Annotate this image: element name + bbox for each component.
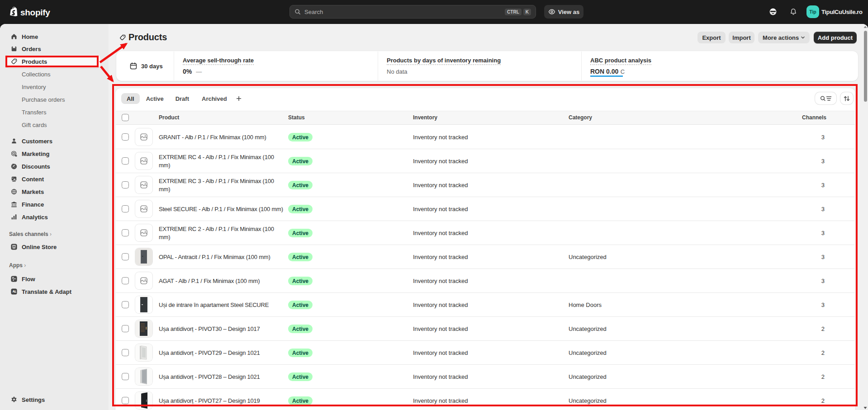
svg-text:A: A	[13, 290, 15, 293]
